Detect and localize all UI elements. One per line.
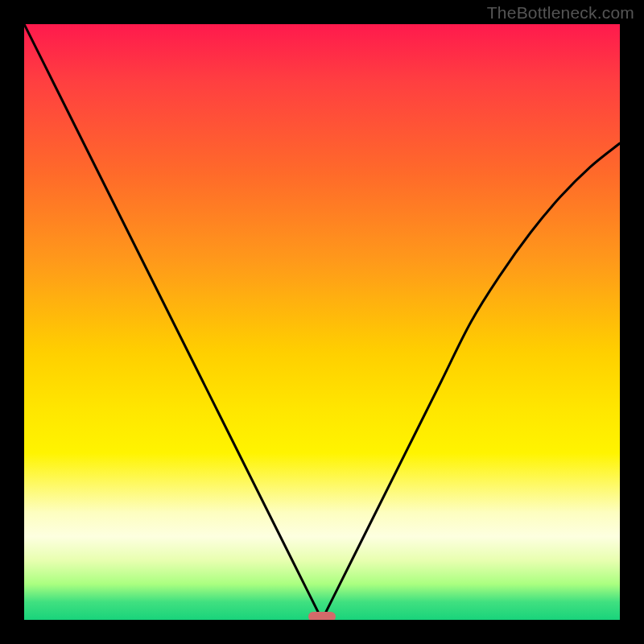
plot-area <box>24 24 620 620</box>
curve-right <box>322 143 620 620</box>
bottleneck-curve <box>24 24 620 620</box>
curve-left <box>24 24 322 620</box>
bottleneck-marker <box>308 612 336 620</box>
watermark-label: TheBottleneck.com <box>487 3 634 23</box>
chart-frame: TheBottleneck.com <box>0 0 644 644</box>
